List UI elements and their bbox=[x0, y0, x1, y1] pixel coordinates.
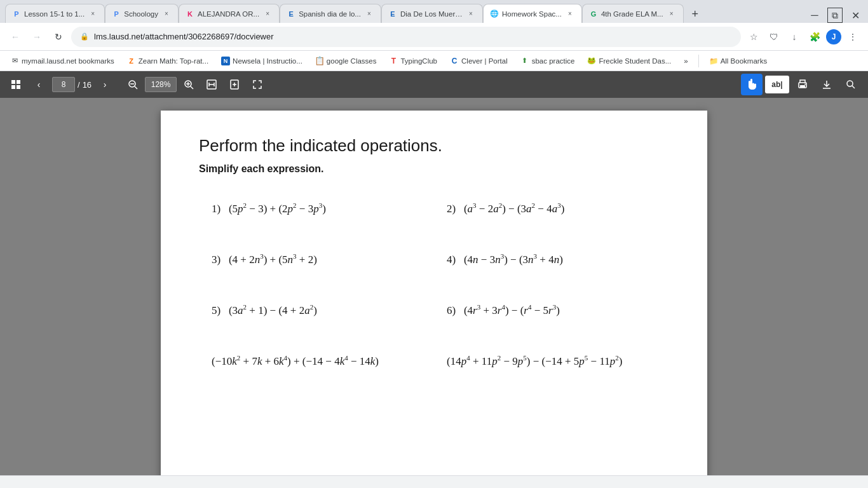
bookmark-all-folder[interactable]: 📁 All Bookmarks bbox=[704, 55, 773, 67]
bookmark-all-label: All Bookmarks bbox=[721, 57, 768, 65]
pdf-hand-tool-button[interactable] bbox=[741, 74, 763, 95]
tab-close-1[interactable]: × bbox=[88, 9, 98, 19]
pdf-search-button[interactable] bbox=[840, 74, 862, 95]
problem-7: (−10k2 + 7k + 6k4) + (−14 − 4k4 − 14k) bbox=[199, 342, 434, 393]
tab-close-6[interactable]: × bbox=[565, 9, 575, 19]
svg-point-22 bbox=[847, 81, 853, 86]
tab-label-6: Homework Spac... bbox=[502, 10, 562, 18]
bookmark-clever-icon: C bbox=[450, 57, 459, 65]
problem-4-expr: 4) (4n − 3n3) − (3n3 + 4n) bbox=[447, 254, 563, 266]
bookmark-star-icon[interactable]: ☆ bbox=[745, 28, 763, 46]
pdf-toolbar-right: ab| bbox=[741, 74, 862, 95]
bookmark-newsela-icon: N bbox=[221, 57, 230, 65]
pdf-download-button[interactable] bbox=[816, 74, 837, 95]
pdf-toolbar: ‹ / 16 › bbox=[0, 71, 868, 98]
tab-close-7[interactable]: × bbox=[667, 9, 677, 19]
bookmark-zearn[interactable]: Z Zearn Math: Top-rat... bbox=[122, 55, 214, 67]
page-subtitle: Simplify each expression. bbox=[199, 163, 669, 175]
bookmark-mymail[interactable]: ✉ mymail.lausd.net bookmarks bbox=[5, 55, 119, 67]
tab-favicon-6: 🌐 bbox=[490, 10, 499, 18]
bookmark-typing-label: TypingClub bbox=[400, 57, 437, 65]
tab-favicon-4: E bbox=[287, 10, 295, 18]
bookmark-google-icon: 📋 bbox=[315, 57, 324, 65]
menu-icon[interactable]: ⋮ bbox=[844, 28, 862, 46]
profile-avatar[interactable]: J bbox=[826, 29, 841, 44]
pdf-page: Perform the indicated operations. Simpli… bbox=[161, 111, 707, 475]
tab-label-4: Spanish dia de lo... bbox=[299, 10, 361, 18]
pdf-text-tool-button[interactable]: ab| bbox=[765, 76, 789, 93]
close-window-button[interactable]: ✕ bbox=[848, 8, 863, 23]
bookmark-freckle[interactable]: 🐸 Freckle Student Das... bbox=[582, 55, 676, 67]
tab-close-3[interactable]: × bbox=[262, 9, 273, 19]
forward-button[interactable]: → bbox=[28, 28, 46, 46]
new-tab-button[interactable]: + bbox=[686, 5, 704, 23]
save-icon[interactable]: ↓ bbox=[785, 28, 803, 46]
problem-8-expr: (14p4 + 11p2 − 9p5) − (−14 + 5p5 − 11p2) bbox=[447, 355, 622, 367]
bookmarks-bar: ✉ mymail.lausd.net bookmarks Z Zearn Mat… bbox=[0, 51, 868, 71]
bookmark-sbac[interactable]: ⬆ sbac practice bbox=[515, 55, 580, 67]
bookmark-clever[interactable]: C Clever | Portal bbox=[445, 55, 513, 67]
bookmark-newsela-label: Newsela | Instructio... bbox=[233, 57, 302, 65]
tab-favicon-5: E bbox=[388, 10, 397, 18]
tab-close-5[interactable]: × bbox=[466, 9, 476, 19]
tab-favicon-2: P bbox=[112, 10, 121, 18]
pdf-prev-page-button[interactable]: ‹ bbox=[29, 75, 48, 94]
tab-5[interactable]: E Dia De Los Muert... × bbox=[381, 4, 483, 23]
folder-icon: 📁 bbox=[709, 57, 718, 65]
pdf-page-nav: / 16 bbox=[52, 77, 92, 92]
tab-2[interactable]: P Schoology × bbox=[105, 4, 179, 23]
bookmark-zearn-label: Zearn Math: Top-rat... bbox=[139, 57, 208, 65]
pdf-next-page-button[interactable]: › bbox=[95, 75, 114, 94]
shield-icon[interactable]: 🛡 bbox=[765, 28, 783, 46]
extensions-icon[interactable]: 🧩 bbox=[806, 28, 824, 46]
restore-button[interactable]: ⧉ bbox=[827, 8, 843, 23]
tab-close-2[interactable]: × bbox=[161, 9, 172, 19]
tab-7[interactable]: G 4th Grade ELA M... × bbox=[582, 4, 684, 23]
bookmark-mymail-label: mymail.lausd.net bookmarks bbox=[22, 57, 114, 65]
problem-3: 3) (4 + 2n3) + (5n3 + 2) bbox=[199, 241, 434, 292]
problem-7-expr: (−10k2 + 7k + 6k4) + (−14 − 4k4 − 14k) bbox=[212, 355, 379, 367]
reload-button[interactable]: ↻ bbox=[50, 28, 67, 46]
minimize-button[interactable]: ─ bbox=[807, 8, 822, 23]
pdf-zoom-out-button[interactable] bbox=[123, 75, 142, 94]
bookmark-more[interactable]: » bbox=[679, 56, 693, 66]
tab-label-3: ALEJANDRA OR... bbox=[198, 10, 259, 18]
tab-1[interactable]: P Lesson 15-1 to 1... × bbox=[5, 4, 105, 23]
svg-rect-2 bbox=[11, 85, 15, 89]
bookmark-google-classes[interactable]: 📋 google Classes bbox=[310, 55, 382, 67]
content-area: Perform the indicated operations. Simpli… bbox=[0, 98, 868, 475]
problem-5: 5) (3a2 + 1) − (4 + 2a2) bbox=[199, 292, 434, 342]
pdf-grid-button[interactable] bbox=[6, 75, 25, 94]
pdf-zoom-in-button[interactable] bbox=[179, 75, 198, 94]
bookmark-typingclub[interactable]: T TypingClub bbox=[384, 55, 442, 67]
pdf-fit-width-button[interactable] bbox=[202, 75, 221, 94]
problems-grid: 1) (5p2 − 3) + (2p2 − 3p3) 2) (a3 − 2a2)… bbox=[199, 190, 669, 393]
bookmark-google-label: google Classes bbox=[327, 57, 377, 65]
lock-icon: 🔒 bbox=[80, 32, 89, 41]
page-title: Perform the indicated operations. bbox=[199, 136, 669, 156]
pdf-zoom-input[interactable] bbox=[145, 77, 177, 92]
problem-4: 4) (4n − 3n3) − (3n3 + 4n) bbox=[434, 241, 669, 292]
tab-close-4[interactable]: × bbox=[364, 9, 374, 19]
tab-favicon-7: G bbox=[589, 10, 598, 18]
problem-1-expr: 1) (5p2 − 3) + (2p2 − 3p3) bbox=[212, 203, 326, 215]
pdf-page-total: 16 bbox=[83, 80, 92, 90]
tab-4[interactable]: E Spanish dia de lo... × bbox=[280, 4, 381, 23]
tab-3[interactable]: K ALEJANDRA OR... × bbox=[179, 4, 280, 23]
address-bar[interactable]: 🔒 lms.lausd.net/attachment/3062268697/do… bbox=[71, 27, 741, 47]
bookmark-newsela[interactable]: N Newsela | Instructio... bbox=[216, 55, 308, 67]
bookmark-clever-label: Clever | Portal bbox=[461, 57, 508, 65]
svg-line-6 bbox=[135, 86, 137, 89]
pdf-page-input[interactable] bbox=[52, 77, 75, 92]
nav-icons-right: ☆ 🛡 ↓ 🧩 J ⋮ bbox=[745, 28, 862, 46]
navigation-bar: ← → ↻ 🔒 lms.lausd.net/attachment/3062268… bbox=[0, 23, 868, 51]
svg-rect-0 bbox=[11, 80, 15, 84]
tab-6-active[interactable]: 🌐 Homework Spac... × bbox=[483, 4, 582, 23]
problem-2-expr: 2) (a3 − 2a2) − (3a2 − 4a3) bbox=[447, 203, 564, 215]
back-button[interactable]: ← bbox=[6, 28, 24, 46]
pdf-print-button[interactable] bbox=[792, 74, 813, 95]
problem-6: 6) (4r3 + 3r4) − (r4 − 5r3) bbox=[434, 292, 669, 342]
bottom-bar bbox=[0, 475, 868, 488]
pdf-fit-page-button[interactable] bbox=[225, 75, 244, 94]
pdf-fullscreen-button[interactable] bbox=[248, 75, 267, 94]
